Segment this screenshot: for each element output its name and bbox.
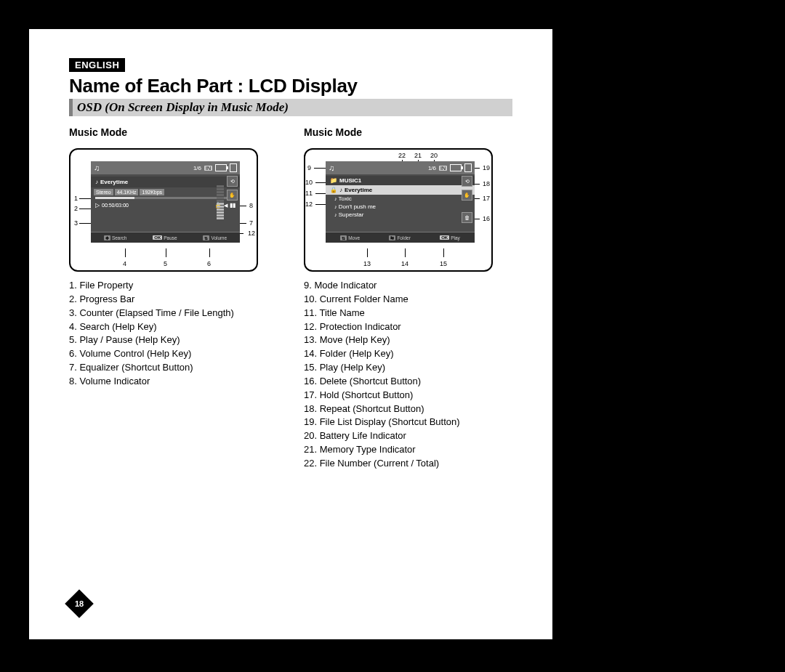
callout-16: 16: [483, 215, 490, 222]
filelist-icon: [230, 163, 237, 172]
equalizer-icon: ▮▮: [230, 202, 236, 209]
selected-title: Everytime: [345, 187, 372, 193]
lcd-screen-left: ♫ 1/6 IN ♪ Everytime Stereo 44.1KHz: [91, 161, 240, 243]
updown-icon: ⇅: [340, 235, 347, 240]
shortcut-column: ⟲ ✋: [227, 176, 238, 201]
help-move: Move: [348, 235, 360, 240]
help-search: Search: [112, 235, 127, 240]
two-column-layout: Music Mode 1 2 3 8 7 12 4 5 6: [69, 126, 512, 471]
legend-item: 9. Mode Indicator: [304, 279, 512, 293]
callout-17: 17: [483, 195, 490, 202]
lcd-topbar-r: ♫ 1/6 IN: [326, 161, 475, 174]
callout-5: 5: [164, 260, 167, 267]
help-bar: ✥Search OKPause ⇅Volume: [91, 232, 240, 243]
legend-item: 2. Progress Bar: [69, 293, 278, 307]
shortcut-column-r: ⟲ ✋ 🗑: [462, 176, 472, 223]
selected-row: 🔒 ♪ Everytime: [326, 185, 475, 195]
callout-6: 6: [207, 260, 211, 267]
legend-item: 11. Title Name: [304, 307, 512, 320]
callout-7: 7: [249, 219, 253, 227]
note-small-icon: ♪: [95, 179, 98, 185]
section-subtitle: OSD (On Screen Display in Music Mode): [69, 99, 512, 116]
callout-13: 13: [363, 260, 371, 267]
page-title: Name of Each Part : LCD Display: [69, 75, 512, 97]
battery-icon: [215, 164, 227, 171]
file-property-row: Stereo 44.1KHz 192Kbps: [94, 189, 237, 195]
hold-icon: ✋: [462, 190, 472, 201]
file-number-r: 1/6: [428, 165, 436, 171]
note-small-icon: ♪: [339, 187, 342, 193]
right-legend-list: 9. Mode Indicator 10. Current Folder Nam…: [304, 279, 512, 471]
dpad-icon: ✥: [104, 235, 110, 240]
legend-item: 19. File List Display (Shortcut Button): [304, 416, 512, 429]
volume-indicator: [217, 177, 224, 219]
folder-icon: 📁: [330, 177, 337, 184]
help-folder: Folder: [397, 235, 410, 240]
callout-22: 22: [398, 152, 406, 159]
battery-icon: [450, 164, 462, 171]
left-column-header: Music Mode: [69, 126, 278, 138]
filelist-icon: [464, 163, 472, 172]
legend-item: 17. Hold (Shortcut Button): [304, 389, 512, 402]
repeat-icon: ⟲: [227, 176, 238, 187]
callout-2: 2: [74, 205, 78, 212]
music-icon: ♫: [329, 163, 334, 172]
ok-key: OK: [153, 235, 162, 240]
callout-12b: 12: [305, 201, 313, 208]
file-number: 1/6: [193, 165, 201, 171]
legend-item: 3. Counter (Elapsed Time / File Length): [69, 307, 278, 320]
legend-item: 10. Current Folder Name: [304, 293, 512, 307]
help-bar-r: ⇅Move ⇆Folder OKPlay: [326, 232, 475, 243]
page-number: 18: [75, 599, 84, 608]
callout-21: 21: [414, 152, 422, 159]
lcd-frame-right: 22 21 20 9 10 11 12 19 18 17 16: [304, 148, 493, 272]
legend-item: 7. Equalizer (Shortcut Button): [69, 361, 278, 375]
callout-1: 1: [74, 195, 78, 202]
page-number-badge: 18: [65, 589, 94, 618]
callout-15: 15: [440, 260, 447, 267]
updown-icon: ⇅: [203, 235, 209, 240]
lcd-screen-right: ♫ 1/6 IN 📁 MUSIC1 🔒 ♪ Everytime: [326, 161, 475, 243]
track-title: Everytime: [100, 179, 128, 185]
speaker-icon: ◀: [224, 203, 228, 209]
help-volume: Volume: [211, 235, 227, 240]
callout-10: 10: [305, 179, 313, 186]
lcd-frame-left: 1 2 3 8 7 12 4 5 6: [69, 148, 258, 272]
music-icon: ♫: [94, 163, 100, 172]
leftright-icon: ⇆: [389, 235, 395, 240]
legend-item: 21. Memory Type Indicator: [304, 443, 512, 457]
left-column: Music Mode 1 2 3 8 7 12 4 5 6: [69, 126, 278, 471]
legend-item: 15. Play (Help Key): [304, 361, 512, 375]
manual-page: ENGLISH Name of Each Part : LCD Display …: [29, 29, 552, 639]
callout-20: 20: [430, 152, 438, 159]
legend-item: 20. Battery Life Indicator: [304, 429, 512, 443]
legend-item: 4. Search (Help Key): [69, 320, 278, 334]
help-play: Play: [451, 235, 460, 240]
legend-item: 16. Delete (Shortcut Button): [304, 375, 512, 389]
legend-item: 14. Folder (Help Key): [304, 347, 512, 361]
callout-8: 8: [249, 202, 253, 209]
prop-samplerate: 44.1KHz: [115, 189, 139, 195]
legend-item: 8. Volume Indicator: [69, 375, 278, 389]
callout-14: 14: [401, 260, 408, 267]
hold-icon: ✋: [227, 190, 238, 201]
memory-type-r: IN: [439, 166, 447, 171]
memory-type: IN: [204, 166, 212, 171]
list-item: ♪ Don't push me: [326, 203, 475, 211]
prop-channels: Stereo: [94, 189, 113, 195]
prop-bitrate: 192Kbps: [140, 189, 164, 195]
callout-4: 4: [123, 260, 126, 267]
counter-row: ▷ 00:50/03:00 🔒 ◀ ▮▮: [95, 202, 236, 209]
callout-9: 9: [307, 164, 311, 171]
right-column-header: Music Mode: [304, 126, 512, 138]
play-icon: ▷: [95, 202, 100, 209]
folder-row: 📁 MUSIC1: [326, 176, 475, 185]
ok-key: OK: [440, 235, 449, 240]
help-pause: Pause: [164, 235, 177, 240]
legend-item: 12. Protection Indicator: [304, 320, 512, 334]
legend-item: 5. Play / Pause (Help Key): [69, 333, 278, 347]
legend-item: 1. File Property: [69, 279, 278, 293]
progress-bar: [95, 197, 236, 199]
list-item: ♪ Toxic: [326, 195, 475, 203]
lock-small-icon: 🔒: [330, 187, 337, 193]
